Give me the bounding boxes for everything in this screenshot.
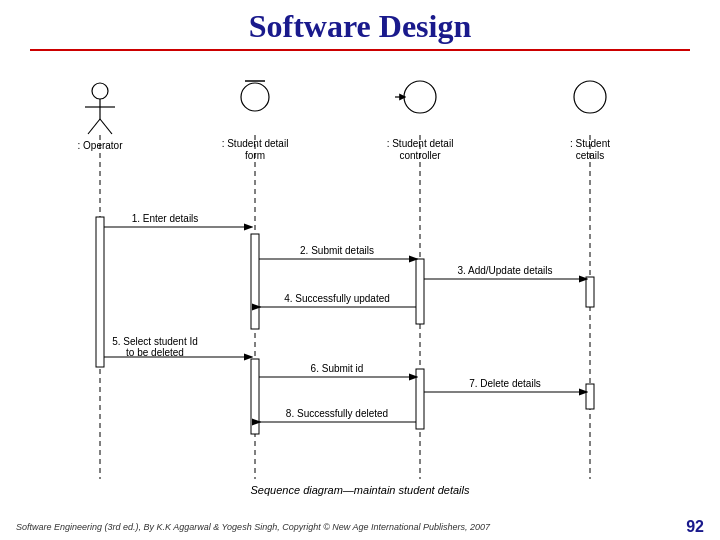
svg-line-4 bbox=[100, 119, 112, 134]
title-area: Software Design bbox=[0, 0, 720, 55]
msg5-label1: 5. Select student Id bbox=[112, 336, 198, 347]
svg-point-9 bbox=[574, 81, 606, 113]
citation-text: Software Engineering (3rd ed.), By K.K A… bbox=[16, 522, 490, 532]
svg-rect-17 bbox=[416, 259, 424, 324]
sequence-diagram: : Operator : Student detail form : Stude… bbox=[0, 59, 720, 509]
page-title: Software Design bbox=[0, 8, 720, 45]
svg-rect-20 bbox=[586, 384, 594, 409]
msg4-label: 4. Successfully updated bbox=[284, 293, 390, 304]
msg8-label: 8. Successfully deleted bbox=[286, 408, 388, 419]
svg-line-3 bbox=[88, 119, 100, 134]
svg-rect-18 bbox=[416, 369, 424, 429]
msg5-label2: to be deleted bbox=[126, 347, 184, 358]
svg-point-6 bbox=[241, 83, 269, 111]
svg-rect-14 bbox=[96, 217, 104, 367]
svg-rect-19 bbox=[586, 277, 594, 307]
msg1-label: 1. Enter details bbox=[132, 213, 199, 224]
diagram-caption: Sequence diagram—maintain student detail… bbox=[251, 484, 470, 496]
msg2-label: 2. Submit details bbox=[300, 245, 374, 256]
svg-rect-16 bbox=[251, 359, 259, 434]
footer: Software Engineering (3rd ed.), By K.K A… bbox=[0, 518, 720, 536]
diagram-area: : Operator : Student detail form : Stude… bbox=[0, 59, 720, 509]
svg-point-7 bbox=[404, 81, 436, 113]
msg6-label: 6. Submit id bbox=[311, 363, 364, 374]
page-number: 92 bbox=[686, 518, 704, 536]
msg7-label: 7. Delete details bbox=[469, 378, 541, 389]
title-divider bbox=[30, 49, 690, 51]
svg-rect-15 bbox=[251, 234, 259, 329]
svg-point-0 bbox=[92, 83, 108, 99]
msg3-label: 3. Add/Update details bbox=[457, 265, 552, 276]
